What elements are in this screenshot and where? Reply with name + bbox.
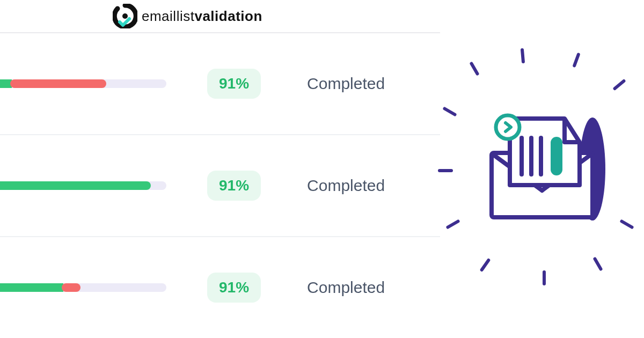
mail-validation-illustration-icon	[445, 56, 639, 282]
brand-part2: validation	[194, 8, 262, 24]
envelope-icon	[472, 105, 612, 233]
header: emaillistvalidation	[0, 0, 440, 32]
svg-rect-9	[551, 137, 562, 175]
percent-badge: 91%	[207, 171, 261, 201]
main-panel: emaillistvalidation 91% Completed	[0, 0, 440, 338]
validation-row: 91% Completed	[0, 135, 440, 237]
illustration-panel	[440, 0, 644, 338]
progress-bar	[0, 283, 166, 292]
percent-badge: 91%	[207, 273, 261, 303]
brand-logo: emaillistvalidation	[113, 4, 262, 28]
validation-row: 91% Completed	[0, 237, 440, 338]
validation-rows: 91% Completed 91% Completed	[0, 33, 440, 338]
validation-row: 91% Completed	[0, 33, 440, 135]
svg-point-10	[496, 115, 519, 139]
progress-bar	[0, 79, 166, 88]
page: emaillistvalidation 91% Completed	[0, 0, 644, 338]
brand-mark-icon	[113, 4, 137, 28]
status-label: Completed	[307, 75, 385, 93]
status-label: Completed	[307, 177, 385, 195]
percent-badge: 91%	[207, 69, 261, 99]
brand-text: emaillistvalidation	[142, 8, 262, 25]
progress-bar	[0, 181, 166, 190]
brand-part1: emaillist	[142, 8, 194, 24]
svg-point-0	[122, 13, 128, 19]
status-label: Completed	[307, 278, 385, 297]
